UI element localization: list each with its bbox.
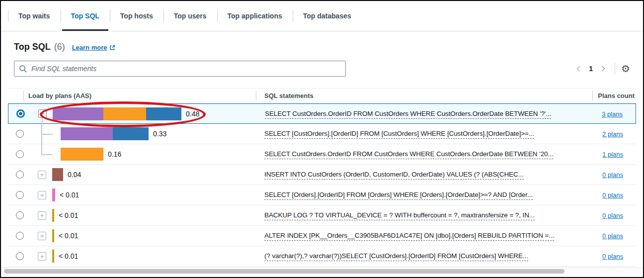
load-cell: < 0.01 bbox=[52, 209, 257, 222]
plans-count-link[interactable]: 0 plans bbox=[602, 191, 623, 199]
tree-connector bbox=[41, 134, 53, 135]
column-divider bbox=[256, 91, 256, 100]
column-header-load: Load by plans (AAS) bbox=[28, 89, 91, 103]
table-row[interactable]: + < 0.01 SELECT [Orders].[OrderID] FROM … bbox=[8, 185, 636, 205]
expand-icon[interactable]: + bbox=[38, 191, 46, 199]
bar-segment-orange bbox=[103, 107, 146, 120]
load-bar bbox=[52, 188, 55, 201]
row-radio-button[interactable] bbox=[16, 150, 24, 158]
collapse-icon[interactable]: − bbox=[38, 109, 47, 118]
expand-icon[interactable]: + bbox=[38, 211, 46, 220]
tab-top-hosts[interactable]: Top hosts bbox=[110, 1, 163, 31]
load-bar bbox=[52, 250, 54, 263]
sql-cell: SELECT CustOrders.OrderID FROM CustOrder… bbox=[257, 109, 562, 119]
sql-statement[interactable]: INSERT INTO CustOrders (OrderID, Custome… bbox=[264, 171, 524, 180]
tab-top-waits[interactable]: Top waits bbox=[8, 1, 61, 31]
table-row[interactable]: + < 0.01 (? varchar(?),? varchar(?))SELE… bbox=[8, 246, 636, 267]
sql-statement[interactable]: SELECT CustOrders.OrderID FROM CustOrder… bbox=[265, 110, 551, 119]
row-radio-button[interactable] bbox=[16, 109, 25, 118]
learn-more-link[interactable]: Learn more bbox=[72, 44, 116, 51]
sql-cell: ALTER INDEX [PK__Orders__C3905BAF6D1AC47… bbox=[257, 231, 563, 241]
load-value: < 0.01 bbox=[59, 211, 78, 219]
table-row[interactable]: + < 0.01 ALTER INDEX [PK__Orders__C3905B… bbox=[8, 226, 636, 246]
bar-segment-purple bbox=[53, 107, 103, 120]
table-row[interactable]: + < 0.01 BACKUP LOG ? TO VIRTUAL_DEVICE … bbox=[8, 205, 636, 226]
load-bar bbox=[52, 229, 54, 242]
sql-statement[interactable]: ALTER INDEX [PK__Orders__C3905BAF6D1AC47… bbox=[264, 232, 554, 241]
search-icon bbox=[19, 65, 27, 73]
column-divider bbox=[592, 91, 593, 100]
search-box[interactable] bbox=[14, 61, 346, 77]
sql-statement[interactable]: SELECT [Orders].[OrderID] FROM [Orders] … bbox=[264, 191, 533, 200]
tab-top-applications[interactable]: Top applications bbox=[217, 1, 293, 31]
load-value: 0.04 bbox=[68, 171, 81, 179]
select-cell bbox=[8, 130, 32, 138]
search-input[interactable] bbox=[30, 64, 341, 73]
plans-count-link[interactable]: 0 plans bbox=[602, 232, 623, 240]
table-row[interactable]: 0.33 SELECT [CustOrders].[OrderID] FROM … bbox=[8, 124, 636, 144]
sql-statement[interactable]: BACKUP LOG ? TO VIRTUAL_DEVICE = ? WITH … bbox=[264, 211, 535, 220]
plans-cell: 0 plans bbox=[563, 252, 636, 261]
tree-connector bbox=[41, 154, 53, 155]
plans-cell: 0 plans bbox=[563, 231, 636, 240]
sql-cell: (? varchar(?),? varchar(?))SELECT [CustO… bbox=[257, 251, 563, 261]
plans-cell: 0 plans bbox=[563, 211, 636, 220]
table-body: − 0.48 SELECT CustOrders.OrderID FROM Cu… bbox=[8, 103, 636, 267]
plans-count-link[interactable]: 0 plans bbox=[602, 212, 623, 219]
controls-row: 1 ⚙ bbox=[14, 61, 630, 77]
row-radio-button[interactable] bbox=[16, 191, 24, 199]
select-cell bbox=[8, 211, 32, 219]
bar-segment-pink bbox=[52, 188, 55, 201]
scrollbar-thumb[interactable] bbox=[4, 269, 564, 274]
expand-cell: + bbox=[32, 232, 52, 240]
load-bar bbox=[53, 107, 181, 120]
tree-connector bbox=[42, 118, 43, 124]
plans-count-link[interactable]: 0 plans bbox=[602, 253, 623, 260]
expand-icon[interactable]: + bbox=[38, 171, 46, 179]
row-radio-button[interactable] bbox=[16, 171, 24, 179]
tab-top-sql[interactable]: Top SQL bbox=[61, 1, 110, 31]
load-bar bbox=[61, 148, 103, 161]
row-radio-button[interactable] bbox=[16, 211, 24, 219]
load-value: < 0.01 bbox=[59, 232, 78, 240]
table-row[interactable]: + 0.04 INSERT INTO CustOrders (OrderID, … bbox=[8, 165, 636, 185]
plans-cell: 3 plans bbox=[562, 109, 636, 118]
next-page-button[interactable] bbox=[597, 63, 609, 75]
plans-count-link[interactable]: 1 plans bbox=[602, 151, 623, 158]
expand-icon[interactable]: + bbox=[38, 232, 46, 240]
settings-gear-icon[interactable]: ⚙ bbox=[621, 64, 630, 74]
tab-top-databases[interactable]: Top databases bbox=[293, 1, 362, 31]
load-cell: 0.16 bbox=[52, 148, 257, 161]
learn-more-label: Learn more bbox=[72, 44, 107, 51]
expand-cell: + bbox=[32, 171, 52, 179]
bar-segment-yellow bbox=[52, 229, 54, 242]
row-radio-button[interactable] bbox=[16, 232, 24, 240]
plans-count-link[interactable]: 2 plans bbox=[602, 130, 623, 138]
select-cell bbox=[8, 171, 32, 179]
column-header-plans: Plans count bbox=[598, 89, 635, 103]
sql-statement[interactable]: (? varchar(?),? varchar(?))SELECT [CustO… bbox=[264, 252, 528, 261]
plans-count-link[interactable]: 3 plans bbox=[602, 110, 623, 118]
top-sql-panel: Top waitsTop SQLTop hostsTop usersTop ap… bbox=[0, 0, 644, 278]
plans-cell: 0 plans bbox=[563, 170, 636, 179]
external-link-icon bbox=[109, 45, 115, 51]
load-cell: 0.48 bbox=[53, 107, 257, 120]
tab-top-users[interactable]: Top users bbox=[163, 1, 217, 31]
load-bar bbox=[52, 168, 63, 181]
sql-cell: SELECT CustOrders.OrderID FROM CustOrder… bbox=[257, 149, 563, 159]
plans-count-link[interactable]: 0 plans bbox=[602, 171, 623, 179]
panel-body: Top SQL (6) Learn more 1 bbox=[1, 42, 643, 275]
sql-statement[interactable]: SELECT CustOrders.OrderID FROM CustOrder… bbox=[264, 150, 553, 159]
sql-statement[interactable]: SELECT [CustOrders].[OrderID] FROM [Cust… bbox=[264, 130, 534, 139]
expand-cell: − bbox=[32, 109, 53, 118]
row-radio-button[interactable] bbox=[16, 130, 24, 138]
expand-icon[interactable]: + bbox=[38, 252, 46, 261]
load-value: < 0.01 bbox=[59, 252, 78, 260]
table-row[interactable]: 0.16 SELECT CustOrders.OrderID FROM Cust… bbox=[8, 144, 636, 165]
row-radio-button[interactable] bbox=[16, 252, 24, 260]
previous-page-button[interactable] bbox=[573, 63, 585, 75]
table-row[interactable]: − 0.48 SELECT CustOrders.OrderID FROM Cu… bbox=[8, 103, 636, 124]
column-header-sql: SQL statements bbox=[264, 89, 314, 103]
load-cell: < 0.01 bbox=[52, 188, 257, 201]
horizontal-scrollbar bbox=[1, 267, 643, 275]
